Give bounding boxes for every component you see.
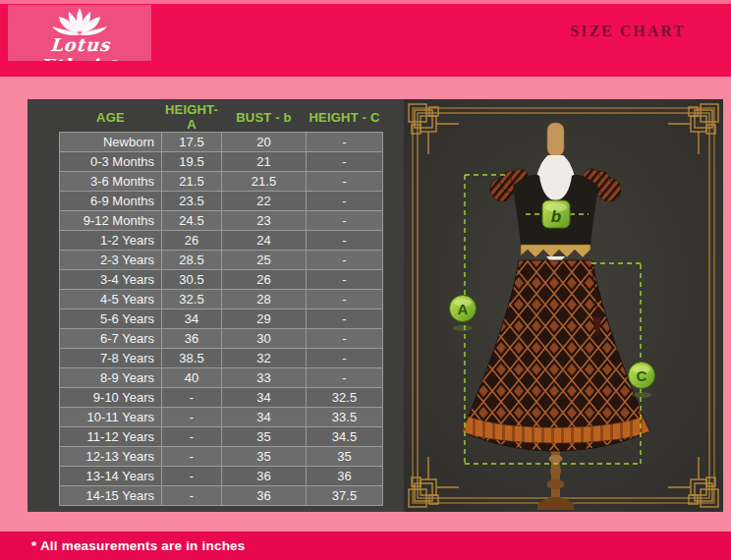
size-table-cell: 19.5 [162,152,222,172]
size-table-row: 3-6 Months21.521.5- [60,172,383,192]
size-table-section: AGEHEIGHT-ABUST - bHEIGHT - C Newborn17.… [28,99,404,512]
size-table-cell: 7-8 Years [60,349,162,368]
size-table-cell: - [307,251,383,270]
size-table-cell: 0-3 Months [60,152,162,172]
size-table-cell: 34.5 [307,427,383,447]
size-table-cell: 21.5 [222,172,307,192]
top-border-strip [0,0,731,4]
size-table-cell: 32.5 [162,290,222,309]
size-table-head-row: AGEHEIGHT-ABUST - bHEIGHT - C [60,102,383,133]
size-table-row: 12-13 Years-3535 [60,447,383,467]
size-table-cell: 35 [222,427,307,447]
size-table-cell: - [307,192,383,211]
size-table-cell: 36 [222,486,307,506]
size-table-cell: 5-6 Years [60,309,162,329]
size-table-cell: 34 [222,408,307,427]
size-table-cell: Newborn [60,133,162,152]
svg-text:b: b [551,207,561,226]
size-table-cell: 20 [222,133,307,152]
size-table-row: 6-7 Years3630- [60,329,383,349]
size-table-cell: 2-3 Years [60,251,162,270]
size-table-cell: 9-10 Years [60,388,162,408]
size-table-cell: 34 [162,309,222,329]
size-table-cell: - [307,270,383,290]
size-table-cell: - [162,388,222,408]
column-header: AGE [60,102,162,133]
size-table-cell: - [162,486,222,506]
size-table-cell: 22 [222,192,307,211]
size-table: AGEHEIGHT-ABUST - bHEIGHT - C Newborn17.… [59,102,383,506]
size-table-cell: 33.5 [307,408,383,427]
size-table-cell: - [307,349,383,368]
size-table-cell: - [307,231,383,251]
garment-photo-section: b A C [404,99,723,512]
size-table-cell: 32.5 [307,388,383,408]
size-table-cell: 24.5 [162,211,222,231]
size-table-cell: 21.5 [162,172,222,192]
size-table-row: Newborn17.520- [60,133,383,152]
size-table-cell: - [307,309,383,329]
size-table-row: 5-6 Years3429- [60,309,383,329]
size-table-cell: 30 [222,329,307,349]
size-table-cell: 35 [307,447,383,467]
size-table-cell: 33 [222,368,307,388]
size-table-cell: 38.5 [162,349,222,368]
size-table-cell: - [162,467,222,486]
size-table-row: 14-15 Years-3637.5 [60,486,383,506]
column-header: BUST - b [222,102,307,133]
size-table-row: 6-9 Months23.522- [60,192,383,211]
size-table-cell: 3-6 Months [60,172,162,192]
size-table-cell: 25 [222,251,307,270]
size-table-cell: - [162,427,222,447]
size-table-cell: 13-14 Years [60,467,162,486]
size-table-cell: 36 [162,329,222,349]
size-table-cell: - [162,447,222,467]
size-table-cell: 29 [222,309,307,329]
size-table-row: 7-8 Years38.532- [60,349,383,368]
svg-text:C: C [637,367,647,384]
size-table-cell: 17.5 [162,133,222,152]
size-table-cell: 6-7 Years [60,329,162,349]
measurements-footnote: * All measurements are in inches [31,538,246,553]
size-table-row: 11-12 Years-3534.5 [60,427,383,447]
size-table-cell: 26 [162,231,222,251]
garment-measurement-illustration: b A C [404,99,723,512]
svg-text:A: A [458,301,469,317]
size-table-cell: - [307,368,383,388]
size-table-cell: 8-9 Years [60,368,162,388]
size-table-cell: 36 [222,467,307,486]
size-table-row: 3-4 Years30.526- [60,270,383,290]
size-table-cell: 24 [222,231,307,251]
size-table-cell: 36 [307,467,383,486]
size-table-row: 1-2 Years2624- [60,231,383,251]
size-table-cell: 21 [222,152,307,172]
mannequin-neck-knob [547,123,564,156]
size-table-cell: - [307,329,383,349]
size-table-body: Newborn17.520-0-3 Months19.521-3-6 Month… [60,133,383,506]
size-table-cell: - [307,133,383,152]
size-table-cell: 37.5 [307,486,383,506]
size-table-cell: 14-15 Years [60,486,162,506]
badge-b-bust: b [542,200,570,228]
size-table-cell: 11-12 Years [60,427,162,447]
size-table-cell: 26 [222,270,307,290]
size-table-cell: 34 [222,388,307,408]
size-chart-page: Lotus Ethnic™ SIZE CHART AGEHEIGHT-ABUST… [0,0,731,560]
size-table-cell: - [307,211,383,231]
size-table-cell: 28.5 [162,251,222,270]
size-table-cell: 35 [222,447,307,467]
brand-name: Lotus Ethnic™ [8,36,151,61]
trademark-symbol: ™ [111,58,119,61]
size-table-cell: 4-5 Years [60,290,162,309]
column-header: HEIGHT-A [162,102,222,133]
size-table-cell: - [162,408,222,427]
size-table-cell: 40 [162,368,222,388]
size-table-row: 9-10 Years-3432.5 [60,388,383,408]
size-table-cell: 23 [222,211,307,231]
size-table-row: 4-5 Years32.528- [60,290,383,309]
size-table-cell: 12-13 Years [60,447,162,467]
size-table-row: 9-12 Months24.523- [60,211,383,231]
size-table-cell: 1-2 Years [60,231,162,251]
size-table-cell: 9-12 Months [60,211,162,231]
size-table-row: 0-3 Months19.521- [60,152,383,172]
